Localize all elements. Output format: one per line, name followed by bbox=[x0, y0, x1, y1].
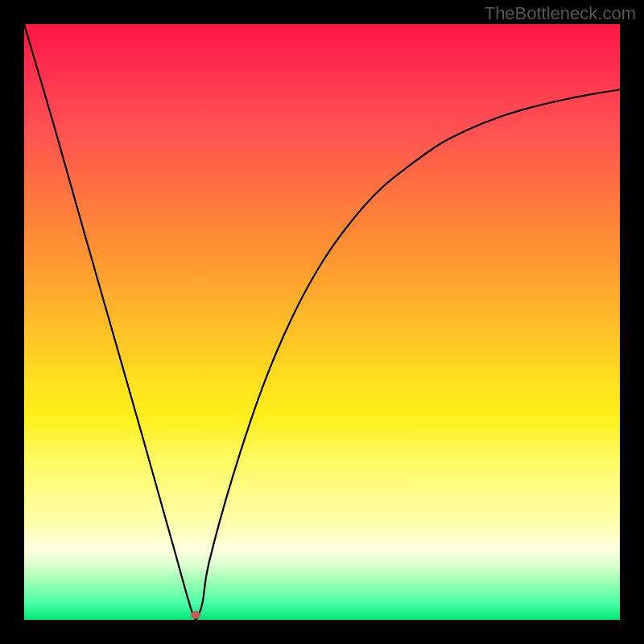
attribution-text: TheBottleneck.com bbox=[485, 3, 636, 24]
bottleneck-curve bbox=[24, 24, 620, 620]
minimum-marker bbox=[191, 611, 200, 619]
curve-svg bbox=[24, 24, 620, 620]
plot-area bbox=[24, 24, 620, 620]
chart-frame: TheBottleneck.com bbox=[0, 0, 644, 644]
